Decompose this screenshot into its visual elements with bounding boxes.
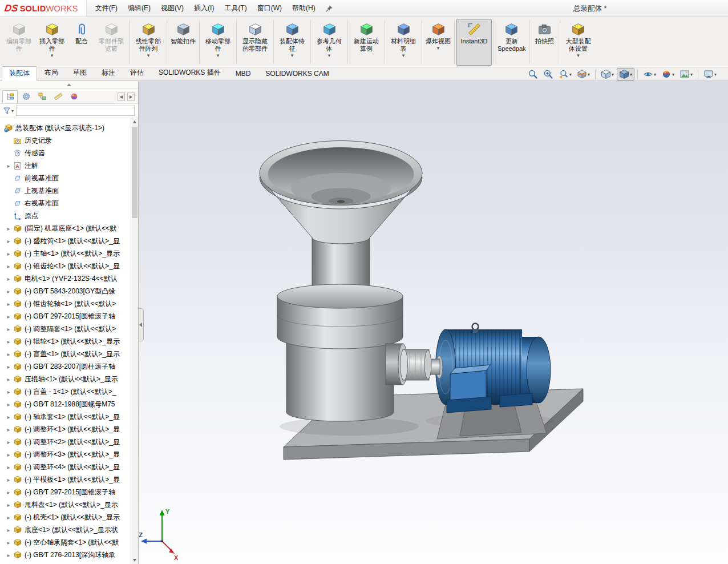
expand-arrow-icon[interactable]: ▸ [5, 376, 13, 382]
tree-item[interactable]: ▸(-) 锥齿轮<1> (默认<<默认>_显 [2, 260, 131, 272]
expand-arrow-icon[interactable]: ▸ [5, 238, 13, 244]
scrollbar-track[interactable] [131, 126, 138, 557]
configurationmanager-tab[interactable] [34, 90, 50, 103]
command-tab[interactable]: SOLIDWORKS 插件 [151, 66, 228, 80]
insert-component-button[interactable]: 插入零部件▾ [35, 19, 68, 66]
instant3d-button[interactable]: Instant3D [456, 19, 492, 66]
tree-item[interactable]: ▸(-) 主轴<1> (默认<<默认>_显示 [2, 247, 131, 260]
tree-scrollbar[interactable] [131, 118, 138, 564]
model-motor[interactable] [436, 324, 551, 413]
tree-item[interactable]: ▸(-) 空心轴承隔套<1> (默认<<默 [2, 536, 131, 549]
command-tab[interactable]: 草图 [66, 66, 94, 80]
expand-arrow-icon[interactable]: ▸ [5, 464, 13, 470]
expand-arrow-icon[interactable]: ▸ [5, 401, 13, 408]
tree-item[interactable]: 原点 [2, 210, 131, 222]
pin-menu-icon[interactable] [325, 5, 333, 13]
take-snapshot-button[interactable]: 拍快照 [532, 19, 558, 66]
tree-item[interactable]: ▸(-) 调整环<3> (默认<<默认>_显 [2, 448, 131, 461]
displaymanager-tab[interactable] [66, 90, 82, 103]
section-view-button[interactable]: ▾ [575, 68, 592, 80]
expand-arrow-icon[interactable]: ▸ [5, 552, 13, 558]
command-tab[interactable]: 评估 [123, 66, 151, 80]
tree-item[interactable]: ▸(-) 锥齿轮轴<1> (默认<<默认> [2, 297, 131, 310]
expand-arrow-icon[interactable]: ▸ [5, 276, 13, 282]
tree-item[interactable]: ▸(-) 调整环<1> (默认<<默认>_显 [2, 423, 131, 436]
tree-item[interactable]: ▸底座<1> (默认<<默认>_显示状 [2, 523, 131, 536]
tree-filter-input[interactable] [16, 106, 135, 116]
expand-arrow-icon[interactable]: ▸ [5, 288, 13, 295]
reference-geometry-button[interactable]: 参考几何体▾ [313, 19, 346, 66]
tree-item[interactable]: ▸(-) 盲盖<1> (默认<<默认>_显示 [2, 348, 131, 360]
graphics-viewport[interactable]: Y Z X [139, 81, 728, 564]
panel-rollup-bar[interactable] [0, 81, 138, 88]
tree-item[interactable]: 右视基准面 [2, 197, 131, 210]
command-tab[interactable]: 装配体 [2, 66, 37, 81]
expand-arrow-icon[interactable]: ▸ [5, 263, 13, 269]
tree-item[interactable]: ▸(-) 盲盖 - 1<1> (默认<<默认>_ [2, 385, 131, 398]
tree-item[interactable]: ▸A注解 [2, 159, 131, 172]
smart-fasteners-button[interactable]: 智能扣件 [169, 19, 197, 66]
tree-item[interactable]: 前视基准面 [2, 172, 131, 184]
large-assembly-settings-button[interactable]: 大型装配体设置▾ [562, 19, 595, 66]
graphics-area[interactable]: Y Z X [139, 81, 728, 564]
panel-tab-scroll-left-button[interactable] [118, 92, 125, 101]
expand-arrow-icon[interactable]: ▸ [5, 351, 13, 357]
expand-arrow-icon[interactable]: ▸ [5, 539, 13, 546]
view-settings-button[interactable]: ▾ [701, 68, 719, 80]
new-motion-study-button[interactable]: 新建运动算例 [350, 19, 383, 66]
zoom-to-fit-button[interactable] [525, 68, 540, 80]
expand-arrow-icon[interactable]: ▸ [5, 364, 13, 370]
expand-arrow-icon[interactable]: ▸ [5, 313, 13, 320]
menu-item[interactable]: 帮助(H) [287, 1, 321, 16]
menu-item[interactable]: 视图(V) [156, 1, 189, 16]
tree-item[interactable]: 总装配体 (默认<显示状态-1>) [2, 122, 131, 134]
tree-item[interactable]: ▸电机<1> (YVF2-132S-4<<默认 [2, 272, 131, 285]
expand-arrow-icon[interactable]: ▸ [5, 389, 13, 395]
scrollbar-thumb[interactable] [132, 127, 137, 218]
expand-arrow-icon[interactable]: ▸ [5, 426, 13, 433]
expand-arrow-icon[interactable]: ▸ [5, 439, 13, 445]
panel-collapse-handle[interactable] [139, 308, 144, 341]
assembly-features-button[interactable]: 装配体特征▾ [276, 19, 309, 66]
command-tab[interactable]: 标注 [94, 66, 123, 80]
tree-item[interactable]: ▸(-) GB∕T 297-2015[圆锥滚子轴 [2, 486, 131, 498]
tree-item[interactable]: ▸压辊轴<1> (默认<<默认>_显示 [2, 373, 131, 385]
expand-arrow-icon[interactable]: ▸ [5, 339, 13, 345]
view-orientation-button[interactable]: ▾ [598, 68, 616, 80]
tree-item[interactable]: ▸(-) 调整隔套<1> (默认<<默认> [2, 323, 131, 335]
tree-item[interactable]: ▸(-) 盛粒筒<1> (默认<<默认>_显 [2, 235, 131, 247]
tree-item[interactable]: ▸(固定) 机器底座<1> (默认<<默 [2, 222, 131, 235]
tree-item[interactable]: 传感器 [2, 147, 131, 159]
tree-item[interactable]: ▸(-) 平模板<1> (默认<<默认>_显 [2, 473, 131, 486]
apply-scene-button[interactable]: ▾ [677, 68, 695, 80]
expand-arrow-icon[interactable]: ▸ [5, 225, 13, 232]
menu-item[interactable]: 文件(F) [90, 1, 123, 16]
expand-arrow-icon[interactable]: ▸ [5, 452, 13, 458]
hide-show-items-button[interactable]: ▾ [641, 68, 658, 80]
command-tab[interactable]: 布局 [37, 66, 66, 80]
tree-item[interactable]: 上视基准面 [2, 184, 131, 197]
exploded-view-button[interactable]: 爆炸视图▾ [424, 19, 452, 66]
tree-item[interactable]: ▸(-) 调整环<4> (默认<<默认>_显 [2, 461, 131, 473]
expand-arrow-icon[interactable]: ▸ [5, 477, 13, 483]
model-hopper[interactable] [260, 141, 422, 244]
scroll-up-button[interactable] [131, 118, 138, 126]
tree-item[interactable]: ▸(-) GB∕T 283-2007[圆柱滚子轴 [2, 360, 131, 373]
expand-arrow-icon[interactable]: ▸ [5, 527, 13, 533]
move-component-button[interactable]: 移动零部件▾ [201, 19, 234, 66]
propertymanager-tab[interactable] [18, 90, 34, 103]
tree-item[interactable]: ▸(-) GB∕T 276-2013[深沟球轴承 [2, 549, 131, 561]
display-style-button[interactable]: ▾ [617, 68, 634, 80]
previous-view-button[interactable]: ▾ [556, 68, 574, 80]
expand-arrow-icon[interactable]: ▸ [5, 301, 13, 307]
expand-arrow-icon[interactable]: ▸ [5, 251, 13, 257]
linear-component-pattern-button[interactable]: 线性零部件阵列▾ [132, 19, 165, 66]
mate-button[interactable]: 配合 [68, 19, 95, 66]
command-tab[interactable]: MBD [228, 67, 258, 80]
tree-item[interactable]: ▸(-) GB∕T 297-2015[圆锥滚子轴 [2, 310, 131, 323]
menu-item[interactable]: 工具(T) [219, 1, 252, 16]
component-preview-button[interactable]: 零部件预览窗 [95, 19, 128, 66]
featuremanager-tab[interactable] [2, 90, 18, 103]
expand-arrow-icon[interactable]: ▸ [5, 502, 13, 508]
zoom-to-area-button[interactable] [541, 68, 556, 80]
